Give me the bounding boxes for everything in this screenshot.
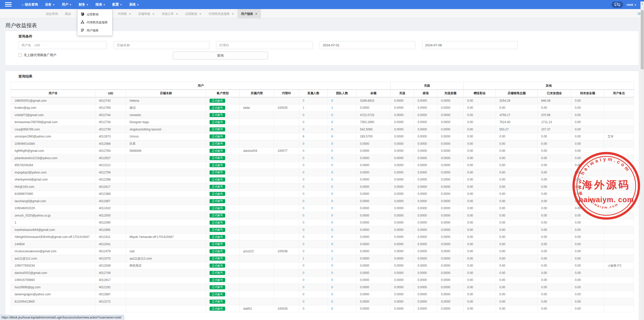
dropdown-item-用户报表[interactable]: 用户报表 [77,26,112,34]
count-link[interactable]: 0 [331,235,333,239]
tab-商品[interactable]: 商品 [61,9,74,19]
date-to-input[interactable] [422,41,518,49]
count-link[interactable]: 0 [303,192,304,196]
agent-id-input[interactable] [216,41,313,49]
tab-close-icon[interactable]: ✕ [232,12,234,16]
count-link[interactable]: 0 [303,178,304,181]
count-link[interactable]: 0 [303,221,304,224]
count-link[interactable]: 0 [303,149,304,153]
cell-shop-name [126,212,206,219]
dropdown-item-代理商充提报表[interactable]: 代理商充提报表 [77,18,112,26]
count-link[interactable]: 0 [331,142,333,146]
count-link[interactable]: 0 [331,214,333,217]
count-link[interactable]: 1 [303,257,304,260]
tab-代理商[interactable]: 代理商✕ [114,9,135,19]
tab-close-icon[interactable]: ✕ [129,12,131,16]
count-link[interactable]: 0 [303,214,304,217]
sidebar-toggle-icon[interactable] [5,2,12,7]
count-link[interactable]: 6 [303,135,304,138]
username-uid-input[interactable] [18,41,107,49]
tab-close-icon[interactable]: ✕ [152,12,154,16]
count-link[interactable]: 0 [303,199,304,203]
messages-button[interactable] [612,2,623,8]
search-button[interactable]: 查询 [173,52,268,59]
tab-用户报表[interactable]: 用户报表✕ [237,9,261,19]
date-from-input[interactable] [320,41,415,49]
count-link[interactable]: 0 [331,185,333,189]
count-link[interactable]: 0 [303,156,304,160]
count-link[interactable]: 0 [303,228,304,232]
nav-item-业务[interactable]: 业务▼ [42,0,58,9]
count-link[interactable]: 0 [331,300,333,303]
count-link[interactable]: 0 [331,286,333,289]
nav-item-财务[interactable]: 财务▼ [75,0,92,9]
count-link[interactable]: 0 [303,185,304,189]
cell-uid: 4012288 [95,176,126,183]
count-link[interactable]: 0 [331,178,333,181]
count-link[interactable]: 0 [331,199,333,203]
scroll-up-arrow-icon[interactable]: ▲ [640,2,644,6]
count-link[interactable]: 0 [331,307,333,310]
user-menu[interactable]: root▼ [627,3,636,7]
count-link[interactable]: 0 [331,113,333,117]
count-link[interactable]: 6 [331,135,333,138]
count-link[interactable]: 0 [331,156,333,160]
count-link[interactable]: 0 [331,206,333,210]
count-link[interactable]: 0 [331,293,333,296]
tab-运营数据[interactable]: 运营数据✕ [182,9,205,19]
tab-代理商充提报表[interactable]: 代理商充提报表✕ [205,9,237,19]
count-link[interactable]: 0 [303,300,304,303]
count-link[interactable]: 0 [303,250,304,253]
count-link[interactable]: 0 [303,128,304,131]
count-link[interactable]: 1 [331,106,333,110]
shop-name-input[interactable] [114,41,209,49]
tab-充值订单[interactable]: 充值订单✕ [158,9,181,19]
count-link[interactable]: 0 [303,293,304,296]
cell-direct-count: 0 [299,219,328,226]
nav-item-报表[interactable]: 报表▼ [92,0,109,9]
count-link[interactable]: 0 [303,307,304,310]
count-link[interactable]: 0 [303,264,304,267]
scrollbar-thumb[interactable] [641,10,644,69]
count-link[interactable]: 0 [331,128,333,131]
tab-close-icon[interactable]: ✕ [255,12,257,16]
count-link[interactable]: 0 [331,242,333,246]
nav-item-系统[interactable]: 系统▼ [126,0,142,9]
count-link[interactable]: 0 [303,142,304,146]
count-link[interactable]: 0 [303,163,304,167]
count-link[interactable]: 0 [303,206,304,210]
no-agent-checkbox[interactable] [18,53,22,57]
count-link[interactable]: 0 [331,163,333,167]
count-link[interactable]: 0 [303,271,304,275]
count-link[interactable]: 0 [303,99,304,102]
count-link[interactable]: 0 [331,149,333,153]
count-link[interactable]: 0 [303,120,304,124]
count-link[interactable]: 0 [303,278,304,282]
count-link[interactable]: 0 [331,228,333,232]
tab-close-icon[interactable]: ✕ [199,12,202,16]
nav-item-home[interactable]: ⌂综合查询 [18,0,42,9]
count-link[interactable]: 0 [331,250,333,253]
count-link[interactable]: 0 [331,221,333,224]
nav-item-用户[interactable]: 用户▼ [58,0,75,9]
tab-close-icon[interactable]: ✕ [176,12,178,16]
count-link[interactable]: 0 [303,242,304,246]
count-link[interactable]: 0 [303,113,304,117]
tab-店铺审核[interactable]: 店铺审核✕ [135,9,158,19]
count-link[interactable]: 0 [303,235,304,239]
count-link[interactable]: 0 [331,278,333,282]
vertical-scrollbar[interactable]: ▲ [640,2,644,320]
nav-item-配置[interactable]: 配置▼ [109,0,126,9]
count-link[interactable]: 0 [331,171,333,174]
tab-综合查询[interactable]: 综合查询 [42,9,61,19]
count-link[interactable]: 0 [331,264,333,267]
count-link[interactable]: 0 [303,286,304,289]
count-link[interactable]: 0 [331,120,333,124]
count-link[interactable]: 0 [303,171,304,174]
count-link[interactable]: 0 [331,99,333,102]
dropdown-item-运营数据[interactable]: 运营数据 [77,10,112,18]
count-link[interactable]: 1 [303,106,304,110]
count-link[interactable]: 1 [331,257,333,260]
count-link[interactable]: 0 [331,271,333,275]
count-link[interactable]: 0 [331,192,333,196]
